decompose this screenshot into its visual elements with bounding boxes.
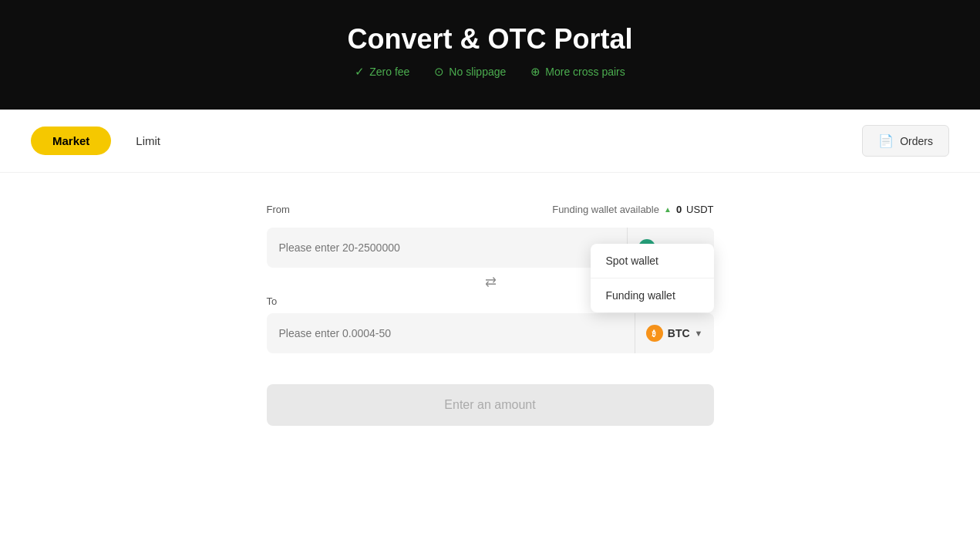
dropdown-spot-wallet[interactable]: Spot wallet xyxy=(591,244,714,278)
form-container: From Funding wallet available ▲ 0 USDT S… xyxy=(267,204,714,426)
submit-button[interactable]: Enter an amount xyxy=(267,384,714,426)
funding-amount: 0 xyxy=(676,204,682,215)
orders-icon: 📄 xyxy=(878,133,894,148)
header: Convert & OTC Portal ✓ Zero fee ⊙ No sli… xyxy=(0,0,980,110)
to-input-row: ₿ BTC ▼ xyxy=(267,313,714,353)
feature-zero-fee-label: Zero fee xyxy=(369,66,409,78)
btc-logo: ₿ xyxy=(646,325,663,342)
to-currency-selector[interactable]: ₿ BTC ▼ xyxy=(635,313,714,353)
from-label: From xyxy=(267,204,290,215)
tab-market[interactable]: Market xyxy=(31,127,111,155)
swap-icon[interactable]: ⇅ xyxy=(482,276,499,288)
feature-cross-pairs-label: More cross pairs xyxy=(545,66,625,78)
main-content: From Funding wallet available ▲ 0 USDT S… xyxy=(0,173,980,457)
from-amount-input[interactable] xyxy=(267,241,628,254)
from-header: From Funding wallet available ▲ 0 USDT S… xyxy=(267,204,714,221)
feature-no-slippage-label: No slippage xyxy=(449,66,506,78)
funding-currency: USDT xyxy=(686,204,713,215)
feature-no-slippage: ⊙ No slippage xyxy=(434,65,506,79)
check-icon: ✓ xyxy=(355,65,365,79)
cross-pairs-icon: ⊕ xyxy=(530,65,541,79)
feature-zero-fee: ✓ Zero fee xyxy=(355,65,409,79)
orders-button-label: Orders xyxy=(900,135,933,147)
from-block: From Funding wallet available ▲ 0 USDT S… xyxy=(267,204,714,268)
navbar: Market Limit 📄 Orders xyxy=(0,110,980,173)
orders-button[interactable]: 📄 Orders xyxy=(862,125,949,157)
funding-wallet-label: Funding wallet available xyxy=(552,204,659,215)
feature-list: ✓ Zero fee ⊙ No slippage ⊕ More cross pa… xyxy=(15,65,965,79)
dropdown-funding-wallet[interactable]: Funding wallet xyxy=(591,278,714,312)
slippage-icon: ⊙ xyxy=(434,65,444,79)
page-title: Convert & OTC Portal xyxy=(15,23,965,56)
to-currency-name: BTC xyxy=(668,327,690,339)
wallet-dropdown: Spot wallet Funding wallet xyxy=(591,244,714,312)
funding-row: Funding wallet available ▲ 0 USDT Spot w… xyxy=(552,204,713,215)
to-amount-input[interactable] xyxy=(267,327,635,339)
to-currency-chevron-icon: ▼ xyxy=(695,329,703,338)
tab-limit[interactable]: Limit xyxy=(130,127,167,155)
feature-cross-pairs: ⊕ More cross pairs xyxy=(530,65,625,79)
funding-arrow-icon: ▲ xyxy=(664,205,672,214)
